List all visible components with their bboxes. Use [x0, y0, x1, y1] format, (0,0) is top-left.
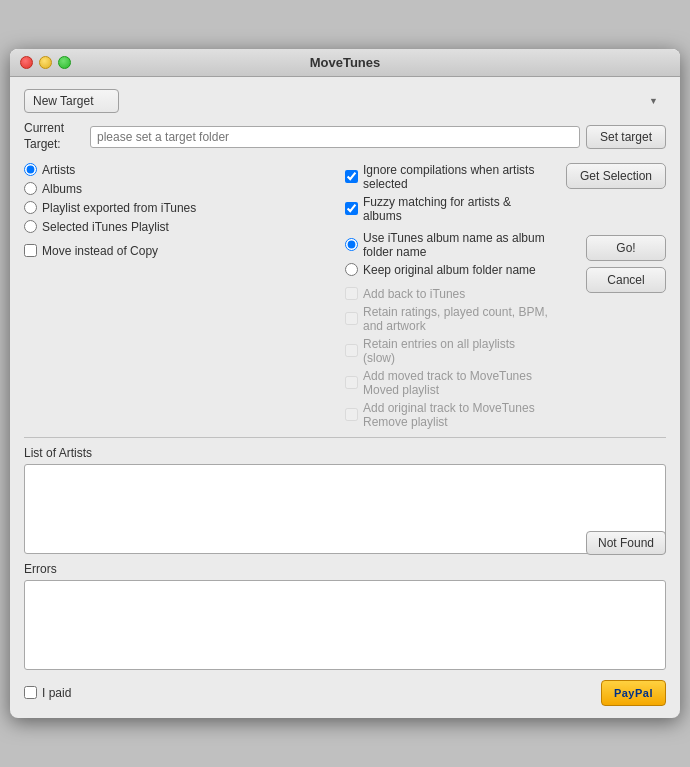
paypal-button[interactable]: PayPal: [601, 680, 666, 706]
action-buttons: Get Selection Go! Cancel: [566, 163, 666, 429]
use-itunes-name-text: Use iTunes album name as album folder na…: [363, 231, 550, 259]
artists-list-box[interactable]: [24, 464, 666, 554]
radio-albums[interactable]: Albums: [24, 182, 345, 196]
i-paid-label[interactable]: I paid: [24, 686, 71, 700]
dropdown-row: New Target: [24, 89, 666, 113]
right-radios: Use iTunes album name as album folder na…: [345, 231, 550, 277]
move-copy-label[interactable]: Move instead of Copy: [24, 244, 345, 258]
ignore-compilations-label[interactable]: Ignore compilations when artists selecte…: [345, 163, 550, 191]
errors-box[interactable]: [24, 580, 666, 670]
retain-entries-label[interactable]: Retain entries on all playlists (slow): [345, 337, 550, 365]
maximize-button[interactable]: [58, 56, 71, 69]
options-right-area: Ignore compilations when artists selecte…: [345, 163, 666, 429]
add-back-checkbox[interactable]: [345, 287, 358, 300]
get-selection-button[interactable]: Get Selection: [566, 163, 666, 189]
close-button[interactable]: [20, 56, 33, 69]
artists-section: List of Artists Not Found: [24, 446, 666, 554]
radio-playlist[interactable]: Playlist exported from iTunes: [24, 201, 345, 215]
radio-playlist-label: Playlist exported from iTunes: [42, 201, 196, 215]
title-bar: MoveTunes: [10, 49, 680, 77]
fuzzy-matching-label[interactable]: Fuzzy matching for artists & albums: [345, 195, 550, 223]
divider-1: [24, 437, 666, 438]
radio-selected-input[interactable]: [24, 220, 37, 233]
retain-ratings-checkbox[interactable]: [345, 312, 358, 325]
radio-artists-input[interactable]: [24, 163, 37, 176]
set-target-button[interactable]: Set target: [586, 125, 666, 149]
bottom-row: I paid PayPal: [24, 680, 666, 706]
options-left: Artists Albums Playlist exported from iT…: [24, 163, 345, 429]
radio-selected[interactable]: Selected iTunes Playlist: [24, 220, 345, 234]
fuzzy-matching-checkbox[interactable]: [345, 202, 358, 215]
keep-original-name-radio[interactable]: [345, 263, 358, 276]
target-input[interactable]: [90, 126, 580, 148]
window-content: New Target CurrentTarget: Set target Art…: [10, 77, 680, 717]
move-copy-row: Move instead of Copy: [24, 244, 345, 258]
retain-entries-text: Retain entries on all playlists (slow): [363, 337, 550, 365]
keep-original-name-text: Keep original album folder name: [363, 263, 536, 277]
cancel-button[interactable]: Cancel: [586, 267, 666, 293]
ignore-compilations-checkbox[interactable]: [345, 170, 358, 183]
add-moved-text: Add moved track to MoveTunes Moved playl…: [363, 369, 550, 397]
i-paid-checkbox[interactable]: [24, 686, 37, 699]
window-title: MoveTunes: [310, 55, 381, 70]
source-radio-group: Artists Albums Playlist exported from iT…: [24, 163, 345, 234]
go-cancel-spacer: Go! Cancel: [586, 235, 666, 293]
options-right: Ignore compilations when artists selecte…: [345, 163, 550, 429]
target-row: CurrentTarget: Set target: [24, 121, 666, 152]
fuzzy-matching-text: Fuzzy matching for artists & albums: [363, 195, 550, 223]
add-original-checkbox[interactable]: [345, 408, 358, 421]
retain-entries-checkbox[interactable]: [345, 344, 358, 357]
traffic-lights: [20, 56, 71, 69]
retain-ratings-label[interactable]: Retain ratings, played count, BPM, and a…: [345, 305, 550, 333]
errors-section: Errors: [24, 562, 666, 670]
artists-list-container: Not Found: [24, 464, 666, 554]
retain-ratings-text: Retain ratings, played count, BPM, and a…: [363, 305, 550, 333]
errors-label: Errors: [24, 562, 666, 576]
radio-artists[interactable]: Artists: [24, 163, 345, 177]
target-label: CurrentTarget:: [24, 121, 84, 152]
target-dropdown[interactable]: New Target: [24, 89, 119, 113]
target-dropdown-wrapper: New Target: [24, 89, 666, 113]
add-back-label[interactable]: Add back to iTunes: [345, 287, 550, 301]
radio-albums-input[interactable]: [24, 182, 37, 195]
artists-list-label: List of Artists: [24, 446, 666, 460]
move-copy-checkbox[interactable]: [24, 244, 37, 257]
add-original-text: Add original track to MoveTunes Remove p…: [363, 401, 550, 429]
ignore-compilations-text: Ignore compilations when artists selecte…: [363, 163, 550, 191]
radio-albums-label: Albums: [42, 182, 82, 196]
radio-selected-label: Selected iTunes Playlist: [42, 220, 169, 234]
right-checkboxes-secondary: Add back to iTunes Retain ratings, playe…: [345, 287, 550, 429]
radio-playlist-input[interactable]: [24, 201, 37, 214]
use-itunes-name-radio[interactable]: [345, 238, 358, 251]
go-button[interactable]: Go!: [586, 235, 666, 261]
not-found-button[interactable]: Not Found: [586, 531, 666, 555]
options-section: Artists Albums Playlist exported from iT…: [24, 163, 666, 429]
minimize-button[interactable]: [39, 56, 52, 69]
add-original-label[interactable]: Add original track to MoveTunes Remove p…: [345, 401, 550, 429]
add-moved-label[interactable]: Add moved track to MoveTunes Moved playl…: [345, 369, 550, 397]
i-paid-text: I paid: [42, 686, 71, 700]
move-copy-text: Move instead of Copy: [42, 244, 158, 258]
add-back-text: Add back to iTunes: [363, 287, 465, 301]
add-moved-checkbox[interactable]: [345, 376, 358, 389]
radio-artists-label: Artists: [42, 163, 75, 177]
use-itunes-name-label[interactable]: Use iTunes album name as album folder na…: [345, 231, 550, 259]
right-checkboxes-top: Ignore compilations when artists selecte…: [345, 163, 550, 223]
keep-original-name-label[interactable]: Keep original album folder name: [345, 263, 550, 277]
main-window: MoveTunes New Target CurrentTarget: Set …: [10, 49, 680, 717]
